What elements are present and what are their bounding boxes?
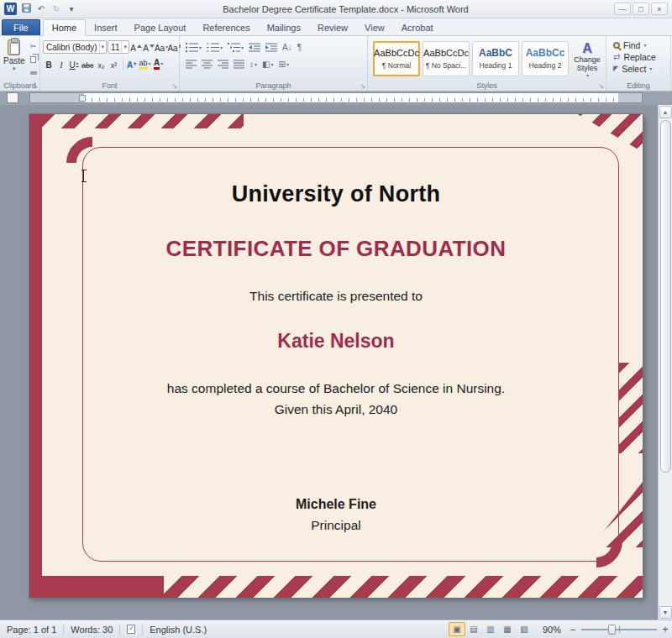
web-layout-view-button[interactable]: ▥	[482, 622, 499, 636]
find-label: Find	[623, 40, 640, 50]
highlight-button[interactable]: ab▾	[139, 57, 152, 71]
multilevel-list-button[interactable]: ▾	[226, 40, 245, 54]
select-button[interactable]: ◤ Select ▾	[608, 63, 669, 74]
close-button[interactable]: ×	[651, 3, 668, 15]
text-effects-button[interactable]: A▾	[126, 57, 138, 71]
change-case-button[interactable]: Aa▾	[155, 40, 167, 54]
copy-icon[interactable]	[28, 55, 39, 65]
redo-icon[interactable]: ↻	[50, 4, 62, 13]
style-heading1[interactable]: AaBbC Heading 1	[472, 41, 519, 76]
font-color-button[interactable]: A▾	[153, 57, 165, 71]
borders-button[interactable]: ⊞▾	[276, 57, 290, 71]
minimize-button[interactable]: —	[614, 3, 631, 15]
justify-button[interactable]	[232, 57, 246, 71]
grow-font-button[interactable]: A	[130, 40, 142, 54]
tab-review[interactable]: Review	[309, 20, 356, 35]
line-spacing-button[interactable]: ↕▾	[248, 57, 259, 71]
strikethrough-button[interactable]: abc	[81, 57, 95, 71]
certificate-page[interactable]: University of North CERTIFICATE OF GRADU…	[29, 114, 643, 598]
outline-view-button[interactable]: ▦	[499, 622, 516, 636]
scroll-down-icon[interactable]: ▼	[659, 606, 672, 619]
borders-dropdown-icon: ▾	[286, 61, 289, 67]
line-spacing-arrows: ↕	[249, 60, 254, 69]
zoom-out-button[interactable]: −	[566, 624, 580, 635]
tab-selector-button[interactable]	[7, 92, 18, 103]
increase-indent-button[interactable]	[264, 40, 279, 54]
font-size-value: 11	[111, 43, 119, 52]
italic-button[interactable]: I	[55, 57, 67, 71]
indent-marker[interactable]	[79, 95, 86, 102]
zoom-slider[interactable]	[581, 623, 657, 636]
grow-font-letter: A	[130, 44, 136, 53]
show-hide-pilcrow-button[interactable]: ¶	[296, 40, 303, 54]
word-count[interactable]: Words: 30	[64, 620, 119, 638]
subscript-button[interactable]: x₂	[96, 57, 108, 71]
qat-customize-icon[interactable]: ▾	[66, 4, 77, 13]
horizontal-ruler[interactable]	[29, 92, 643, 103]
tab-home[interactable]: Home	[43, 19, 86, 36]
tab-mailings[interactable]: Mailings	[259, 20, 309, 35]
tab-view[interactable]: View	[356, 20, 393, 35]
language-indicator[interactable]: English (U.S.)	[143, 620, 213, 638]
bullets-button[interactable]: ▾	[184, 40, 203, 54]
tab-page-layout[interactable]: Page Layout	[126, 20, 195, 35]
vertical-scrollbar[interactable]: ▲ ▼	[658, 105, 672, 620]
sort-button[interactable]: A↓	[281, 40, 294, 54]
style-normal[interactable]: AaBbCcDc ¶ Normal	[373, 41, 420, 76]
clear-formatting-button[interactable]: Aa	[168, 40, 180, 54]
page-indicator[interactable]: Page: 1 of 1	[0, 620, 63, 638]
clipboard-dialog-launcher[interactable]: ↘	[32, 83, 38, 90]
tab-file[interactable]: File	[2, 19, 40, 35]
font-family-select[interactable]: Calibri (Body) ▾	[43, 40, 107, 54]
highlight-dropdown-icon: ▾	[149, 61, 151, 66]
align-center-button[interactable]	[200, 57, 214, 71]
align-left-button[interactable]	[184, 57, 198, 71]
maximize-button[interactable]: □	[633, 3, 649, 15]
format-painter-icon[interactable]	[28, 68, 39, 78]
undo-icon[interactable]: ↶	[35, 4, 47, 13]
change-styles-button[interactable]: A Change Styles ▾	[570, 39, 604, 79]
replace-button[interactable]: ⇄ Replace	[608, 51, 669, 62]
cut-icon[interactable]: ✂	[28, 41, 39, 51]
tab-references[interactable]: References	[194, 20, 258, 35]
zoom-in-button[interactable]: +	[659, 624, 672, 635]
zoom-level[interactable]: 90%	[538, 625, 566, 635]
word-app-icon[interactable]: W	[4, 3, 17, 15]
font-dialog-launcher[interactable]: ↘	[171, 83, 177, 90]
text-effects-dropdown-icon: ▾	[134, 61, 136, 66]
scrollbar-thumb[interactable]	[660, 120, 671, 473]
shrink-font-button[interactable]: A	[143, 40, 155, 54]
styles-dialog-launcher[interactable]: ↘	[598, 83, 604, 90]
replace-label: Replace	[623, 52, 656, 62]
save-icon[interactable]	[20, 3, 32, 14]
paragraph-dialog-launcher[interactable]: ↘	[360, 83, 365, 90]
style-no-spacing[interactable]: AaBbCcDc ¶ No Spaci...	[423, 41, 470, 76]
superscript-button[interactable]: x²	[108, 57, 120, 71]
decrease-indent-button[interactable]	[247, 40, 262, 54]
ruler-ticks	[84, 98, 618, 102]
ribbon-tab-row: File Home Insert Page Layout References …	[0, 18, 672, 36]
proofing-status[interactable]	[120, 620, 142, 638]
scroll-up-icon[interactable]: ▲	[659, 106, 672, 118]
certificate-course-line: has completed a course of Bachelor of Sc…	[29, 381, 643, 396]
find-icon	[613, 42, 620, 49]
style-heading2[interactable]: AaBbCc Heading 2	[522, 41, 569, 76]
align-right-button[interactable]	[216, 57, 230, 71]
find-button[interactable]: Find ▾	[608, 39, 669, 50]
numbering-button[interactable]: ▾	[205, 40, 224, 54]
zoom-slider-thumb[interactable]	[608, 625, 616, 635]
title-bar: W ↶ ↻ ▾ Bachelor Degree Certificate Temp…	[0, 0, 672, 18]
font-size-select[interactable]: 11 ▾	[108, 40, 129, 54]
print-layout-view-button[interactable]: ▣	[449, 622, 465, 636]
shading-button[interactable]: ◧▾	[260, 57, 275, 71]
find-dropdown-icon: ▾	[643, 42, 646, 48]
style-heading2-preview: AaBbCc	[526, 48, 565, 59]
fullscreen-reading-view-button[interactable]: ▤	[465, 622, 482, 636]
tab-acrobat[interactable]: Acrobat	[393, 20, 442, 35]
tab-insert[interactable]: Insert	[86, 20, 126, 35]
draft-view-button[interactable]: ▧	[516, 622, 533, 636]
underline-button[interactable]: U▾	[68, 57, 80, 71]
bold-button[interactable]: B	[43, 57, 55, 71]
paste-button[interactable]: Paste ▾	[2, 39, 27, 78]
multilevel-dropdown-icon: ▾	[241, 44, 244, 50]
